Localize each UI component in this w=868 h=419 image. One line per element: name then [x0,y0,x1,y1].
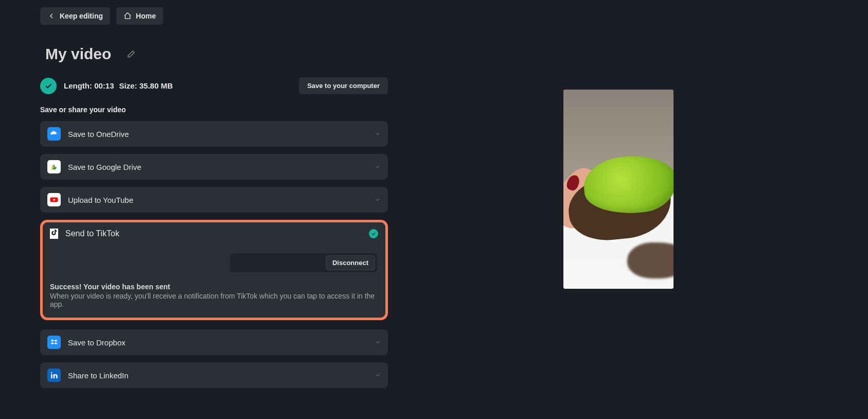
section-header: Save or share your video [40,106,388,114]
tiktok-success-check-icon [369,229,378,238]
dest-dropbox-label: Save to Dropbox [68,338,126,347]
home-icon [123,12,132,20]
edit-title-icon[interactable] [127,49,136,59]
svg-point-2 [51,372,52,374]
dest-dropbox[interactable]: Save to Dropbox [40,329,388,355]
dest-tiktok-expanded: Send to TikTok Disconnect Success! Your … [40,220,388,320]
save-to-computer-button[interactable]: Save to your computer [299,77,388,94]
svg-rect-1 [51,374,52,378]
chevron-down-icon [375,131,381,137]
dest-youtube[interactable]: Upload to YouTube [40,187,388,213]
meta-text: Length: 00:13 Size: 35.80 MB [64,81,173,90]
dest-tiktok-label: Send to TikTok [65,229,119,238]
title-row: My video [40,45,388,63]
status-check-icon [40,78,57,94]
meta-row: Length: 00:13 Size: 35.80 MB Save to you… [40,77,388,94]
size-label: Size: [119,81,137,90]
keep-editing-label: Keep editing [60,12,103,20]
top-bar: Keep editing Home [40,7,388,25]
onedrive-icon [47,127,61,141]
tiktok-account-row: Disconnect [50,253,378,272]
tiktok-icon [50,229,58,239]
linkedin-icon [47,369,61,382]
gdrive-icon [47,160,61,173]
dest-youtube-label: Upload to YouTube [68,196,133,204]
keep-editing-button[interactable]: Keep editing [40,7,110,25]
tiktok-account-box: Disconnect [230,253,377,272]
dropbox-icon [47,336,61,349]
dest-linkedin-label: Share to LinkedIn [68,371,129,380]
home-button[interactable]: Home [116,7,163,25]
length-value: 00:13 [94,81,114,90]
tiktok-success-body: When your video is ready, you'll receive… [50,292,378,308]
video-thumbnail [563,90,674,289]
page-title: My video [45,45,111,63]
length-label: Length: [64,81,92,90]
youtube-icon [47,193,61,206]
size-value: 35.80 MB [139,81,173,90]
chevron-down-icon [375,164,381,170]
dest-gdrive[interactable]: Save to Google Drive [40,154,388,180]
home-label: Home [136,12,156,20]
dest-onedrive-label: Save to OneDrive [68,130,129,138]
arrow-left-icon [47,12,56,20]
dest-linkedin[interactable]: Share to LinkedIn [40,362,388,388]
dest-gdrive-label: Save to Google Drive [68,163,141,171]
dest-onedrive[interactable]: Save to OneDrive [40,121,388,147]
chevron-down-icon [375,372,381,378]
preview-pane [409,7,828,395]
disconnect-button[interactable]: Disconnect [326,255,375,270]
chevron-down-icon [375,197,381,203]
chevron-down-icon [375,339,381,345]
tiktok-success-title: Success! Your video has been sent [50,283,378,291]
dest-tiktok-header[interactable]: Send to TikTok [50,229,378,239]
